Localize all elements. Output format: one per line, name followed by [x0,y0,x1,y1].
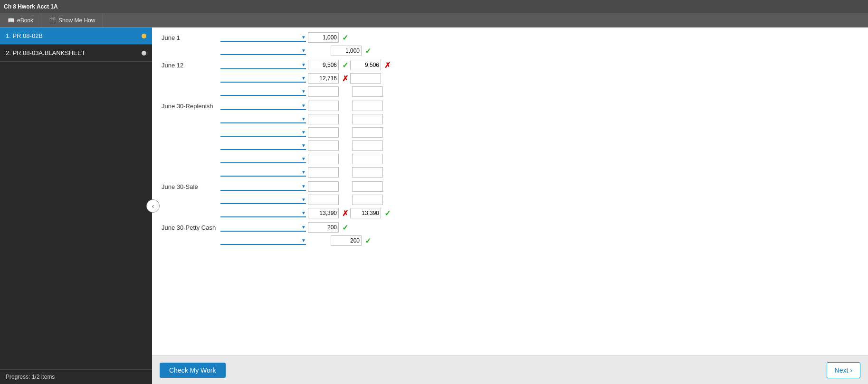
sale-credit3[interactable] [350,208,381,218]
tab-ebook[interactable]: 📖 eBook [0,13,41,27]
sale-debit2[interactable] [308,195,339,205]
sale-row2: ▼ [162,195,858,205]
dropdown-arrow-icon: ▼ [301,130,306,135]
replenish-debit2[interactable] [308,114,339,124]
petty-check-debit1: ✓ [342,223,348,232]
replenish-row6: ▼ [162,167,858,178]
petty-row2: ▼ ✓ [162,235,858,246]
content-area: June 1 ▼ ✓ ▼ [152,28,868,384]
sale-credit1[interactable] [352,181,383,192]
replenish-credit2[interactable] [352,114,383,124]
book-icon: 📖 [8,17,15,24]
bottom-bar: Check My Work Next › [152,356,868,384]
petty-debit1[interactable] [308,222,339,233]
june12-dropdown1[interactable]: ▼ [220,61,306,69]
june12-row1: June 12 ▼ ✓ ✗ [162,60,858,70]
progress-label: Progress: 1/2 items [6,374,55,380]
chevron-right-icon: › [850,366,852,374]
june12-credit3[interactable] [352,86,383,97]
petty-check-credit2: ✓ [365,236,371,245]
replenish-credit4[interactable] [352,140,383,151]
dropdown-arrow-icon: ▼ [301,116,306,122]
june12-row3: ▼ [162,86,858,97]
sidebar-dot-2 [142,51,146,56]
replenish-credit6[interactable] [352,167,383,178]
sidebar-item-2[interactable]: 2. PR.08-03A.BLANKSHEET [0,45,152,62]
dropdown-arrow-icon: ▼ [301,89,306,94]
dropdown-arrow-icon: ▼ [301,103,306,108]
replenish-credit1[interactable] [352,101,383,111]
sale-date: June 30-Sale [162,183,219,190]
next-label: Next [835,366,849,374]
replenish-row2: ▼ [162,114,858,124]
sale-row1: June 30-Sale ▼ [162,181,858,192]
sale-credit2[interactable] [352,195,383,205]
dropdown-arrow-icon: ▼ [301,35,306,40]
june12-dropdown2[interactable]: ▼ [220,75,306,83]
replenish-debit1[interactable] [308,101,339,111]
next-button[interactable]: Next › [827,362,860,378]
replenish-date: June 30-Replenish [162,103,219,110]
june12-x-credit1: ✗ [384,61,391,70]
dropdown-arrow-icon: ▼ [301,225,306,230]
replenish-debit4[interactable] [308,140,339,151]
june12-date: June 12 [162,62,219,69]
tab-show-me-how[interactable]: 🎬 Show Me How [41,13,103,27]
content-scroll: June 1 ▼ ✓ ▼ [152,28,868,356]
june1-dropdown1[interactable]: ▼ [220,34,306,42]
sidebar-item-2-label: 2. PR.08-03A.BLANKSHEET [6,49,86,56]
top-bar: Ch 8 Hwork Acct 1A [0,0,868,13]
dropdown-arrow-icon: ▼ [301,156,306,161]
petty-date: June 30-Petty Cash [162,224,219,231]
june1-dropdown2[interactable]: ▼ [220,47,306,55]
main-layout: 1. PR.08-02B 2. PR.08-03A.BLANKSHEET ‹ P… [0,28,868,384]
dropdown-arrow-icon: ▼ [301,184,306,189]
june12-check-debit1: ✓ [342,61,348,70]
section-june30-sale: June 30-Sale ▼ ▼ ▼ ✗ [162,181,858,218]
june12-row2: ▼ ✗ [162,73,858,84]
replenish-row5: ▼ [162,154,858,164]
sale-debit3[interactable] [308,208,339,218]
chevron-left-icon: ‹ [152,202,154,210]
june12-credit2[interactable] [350,73,381,84]
sidebar-item-1-label: 1. PR.08-02B [6,32,43,39]
app-title: Ch 8 Hwork Acct 1A [4,3,58,10]
dropdown-arrow-icon: ▼ [301,169,306,175]
sale-row3: ▼ ✗ ✓ [162,208,858,218]
june1-check2: ✓ [365,47,371,56]
sidebar-dot-1 [142,34,146,38]
replenish-row4: ▼ [162,140,858,151]
dropdown-arrow-icon: ▼ [301,197,306,202]
june12-credit1[interactable] [350,60,381,70]
section-june12: June 12 ▼ ✓ ✗ ▼ [162,60,858,97]
replenish-debit3[interactable] [308,127,339,138]
section-june30-petty-cash: June 30-Petty Cash ▼ ✓ ▼ ✓ [162,222,858,246]
june12-debit2[interactable] [308,73,339,84]
sale-x-debit3: ✗ [342,209,348,218]
dropdown-arrow-icon: ▼ [301,210,306,215]
june1-debit1[interactable] [308,32,339,43]
check-my-work-button[interactable]: Check My Work [160,363,226,378]
june12-dropdown3[interactable]: ▼ [220,88,306,96]
petty-credit2[interactable] [331,235,362,246]
june12-debit1[interactable] [308,60,339,70]
replenish-credit5[interactable] [352,154,383,164]
dropdown-arrow-icon: ▼ [301,143,306,148]
sale-check-credit3: ✓ [384,209,391,218]
june12-x-debit2: ✗ [342,74,348,83]
tab-show-me-how-label: Show Me How [58,17,95,24]
june1-row2: ▼ ✓ [162,46,858,56]
sale-debit1[interactable] [308,181,339,192]
video-icon: 🎬 [49,17,56,24]
replenish-debit5[interactable] [308,154,339,164]
sidebar: 1. PR.08-02B 2. PR.08-03A.BLANKSHEET ‹ P… [0,28,152,384]
section-june30-replenish: June 30-Replenish ▼ ▼ [162,101,858,178]
june1-date: June 1 [162,34,219,41]
june1-credit2[interactable] [331,46,362,56]
june12-debit3[interactable] [308,86,339,97]
sidebar-item-1[interactable]: 1. PR.08-02B [0,28,152,45]
replenish-debit6[interactable] [308,167,339,178]
progress-footer: Progress: 1/2 items [0,369,152,384]
collapse-button[interactable]: ‹ [146,199,160,213]
replenish-credit3[interactable] [352,127,383,138]
